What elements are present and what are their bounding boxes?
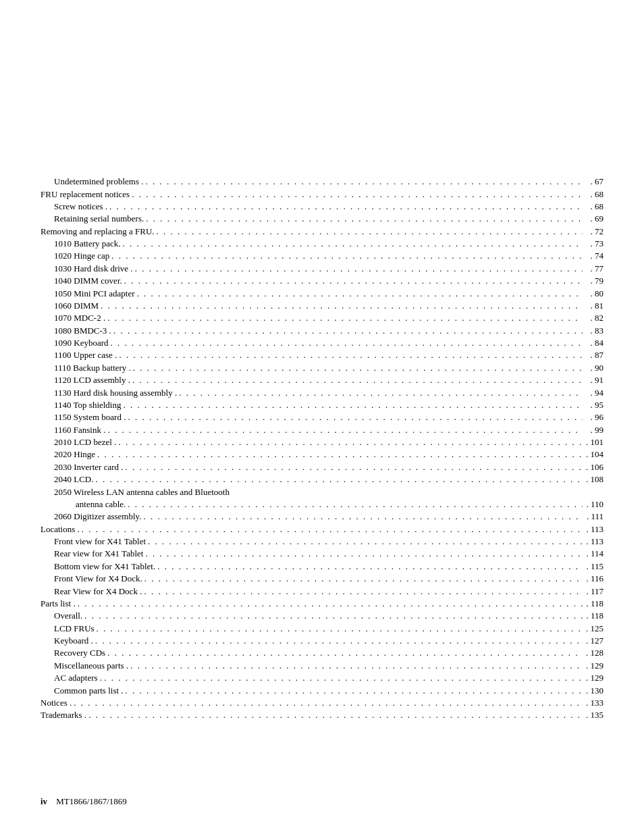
toc-entry: Common parts list . . . . . . . . . . . … [41, 684, 603, 696]
toc-page-number: . 104 [585, 449, 603, 460]
toc-dots: . . . . . . . . . . . . . . . . . . . . … [95, 635, 583, 646]
toc-label: Rear view for X41 Tablet [41, 548, 143, 559]
footer: iv MT1866/1867/1869 [41, 796, 603, 807]
toc-dots: . . . . . . . . . . . . . . . . . . . . … [119, 350, 583, 361]
toc-entry: 1010 Battery pack. . . . . . . . . . . .… [41, 238, 603, 250]
toc-page-number: . 99 [585, 425, 603, 436]
toc-dots: . . . . . . . . . . . . . . . . . . . . … [130, 660, 583, 671]
toc-dots: . . . . . . . . . . . . . . . . . . . . … [84, 610, 583, 621]
toc-page-number: . 84 [585, 338, 603, 348]
toc-label: 1090 Keyboard [41, 338, 109, 348]
toc-page-number: . 77 [585, 263, 603, 274]
toc-label: Front View for X4 Dock. [41, 573, 142, 584]
toc-label: Keyboard . [41, 635, 93, 646]
toc-dots: . . . . . . . . . . . . . . . . . . . . … [146, 176, 583, 187]
toc-dots: . . . . . . . . . . . . . . . . . . . . … [128, 412, 583, 423]
toc-dots: . . . . . . . . . . . . . . . . . . . . … [113, 325, 583, 336]
footer-page-number: iv [41, 796, 47, 807]
toc-entry: Front View for X4 Dock. . . . . . . . . … [41, 573, 603, 585]
toc-entry: Rear view for X41 Tablet . . . . . . . .… [41, 548, 603, 560]
toc-page-number: . 127 [585, 635, 603, 646]
toc-page-number: . 125 [585, 623, 603, 634]
toc-entry: Notices . . . . . . . . . . . . . . . . … [41, 697, 603, 709]
toc-dots: . . . . . . . . . . . . . . . . . . . . … [97, 449, 583, 460]
toc-label: Common parts list . [41, 685, 124, 696]
toc-dots: . . . . . . . . . . . . . . . . . . . . … [144, 586, 583, 597]
toc-dots: . . . . . . . . . . . . . . . . . . . . … [179, 388, 583, 398]
toc-dots: . . . . . . . . . . . . . . . . . . . . … [82, 524, 583, 535]
toc-dots: . . . . . . . . . . . . . . . . . . . . … [107, 648, 583, 658]
footer-product: MT1866/1867/1869 [56, 796, 127, 807]
toc-dots: . . . . . . . . . . . . . . . . . . . . … [74, 698, 583, 708]
toc-page-number: . 113 [585, 524, 603, 535]
toc-label: Miscellaneous parts . [41, 660, 128, 671]
toc-entry: antenna cable. . . . . . . . . . . . . .… [41, 498, 603, 511]
top-spacer [41, 27, 603, 176]
toc-page-number: . 116 [585, 573, 603, 584]
toc-page-number: . 81 [585, 301, 603, 311]
toc-dots: . . . . . . . . . . . . . . . . . . . . … [144, 573, 583, 584]
toc-entry: Bottom view for X41 Tablet. . . . . . . … [41, 561, 603, 573]
toc-dots: . . . . . . . . . . . . . . . . . . . . … [109, 201, 583, 212]
toc-dots: . . . . . . . . . . . . . . . . . . . . … [111, 251, 583, 261]
footer-spacer [47, 796, 56, 807]
toc-page-number: . 130 [585, 685, 603, 696]
toc-dots: . . . . . . . . . . . . . . . . . . . . … [88, 710, 583, 721]
toc-label: Screw notices . [41, 201, 107, 212]
toc-page-number: . 69 [585, 213, 603, 224]
toc-entry: Keyboard . . . . . . . . . . . . . . . .… [41, 635, 603, 647]
toc-entry: 1060 DIMM . . . . . . . . . . . . . . . … [41, 300, 603, 312]
toc-label: antenna cable. [41, 499, 126, 510]
toc-label: 2010 LCD bezel . [41, 437, 116, 448]
toc-page-number: . 108 [585, 474, 603, 485]
toc-entry: Rear View for X4 Dock . . . . . . . . . … [41, 585, 603, 597]
toc-page-number: . 118 [585, 610, 603, 621]
toc-entry: 2030 Inverter card . . . . . . . . . . .… [41, 461, 603, 473]
toc-entry: 2020 Hinge . . . . . . . . . . . . . . .… [41, 448, 603, 461]
toc-entry: 2010 LCD bezel . . . . . . . . . . . . .… [41, 436, 603, 448]
toc-dots: . . . . . . . . . . . . . . . . . . . . … [133, 363, 583, 373]
toc-page-number: . 114 [585, 548, 603, 559]
toc-page-number: . 129 [585, 660, 603, 671]
toc-entry: Overall. . . . . . . . . . . . . . . . .… [41, 610, 603, 622]
toc-entry: 1130 Hard disk housing assembly . . . . … [41, 386, 603, 398]
toc-entry: Parts list . . . . . . . . . . . . . . .… [41, 598, 603, 610]
toc-dots: . . . . . . . . . . . . . . . . . . . . … [145, 548, 583, 559]
toc-entry: 1110 Backup battery . . . . . . . . . . … [41, 362, 603, 374]
toc-dots: . . . . . . . . . . . . . . . . . . . . … [101, 301, 583, 311]
toc-entry: Recovery CDs . . . . . . . . . . . . . .… [41, 647, 603, 659]
toc-label: Bottom view for X41 Tablet. [41, 561, 155, 572]
toc-label: 1010 Battery pack. [41, 238, 121, 249]
toc-dots: . . . . . . . . . . . . . . . . . . . . … [148, 536, 583, 547]
toc-page-number: . 129 [585, 673, 603, 683]
toc-dots: . . . . . . . . . . . . . . . . . . . . … [78, 598, 583, 609]
toc-label: Overall. [41, 610, 82, 621]
toc-dots: . . . . . . . . . . . . . . . . . . . . … [132, 375, 583, 386]
toc-label: 1030 Hard disk drive . [41, 263, 133, 274]
toc-entry: 1090 Keyboard . . . . . . . . . . . . . … [41, 337, 603, 349]
toc-label: Undetermined problems . [41, 176, 144, 187]
toc-entry: 1030 Hard disk drive . . . . . . . . . .… [41, 263, 603, 275]
toc-label: 1140 Top shielding [41, 400, 121, 411]
toc-dots: . . . . . . . . . . . . . . . . . . . . … [124, 276, 583, 286]
toc-dots: . . . . . . . . . . . . . . . . . . . . … [123, 400, 583, 411]
toc-page-number: . 101 [585, 437, 603, 448]
toc-label: 1060 DIMM [41, 301, 99, 311]
toc-page-number: . 82 [585, 313, 603, 323]
toc-entry: 1040 DIMM cover. . . . . . . . . . . . .… [41, 275, 603, 287]
toc-page-number: . 80 [585, 288, 603, 299]
toc-entry: 1140 Top shielding . . . . . . . . . . .… [41, 399, 603, 411]
toc-page-number: . 118 [585, 598, 603, 609]
toc-page-number: . 73 [585, 238, 603, 249]
toc-dots: . . . . . . . . . . . . . . . . . . . . … [123, 238, 583, 249]
toc-page-number: . 110 [585, 499, 603, 510]
toc-page-number: . 74 [585, 251, 603, 261]
toc-page-number: . 95 [585, 400, 603, 411]
toc-dots: . . . . . . . . . . . . . . . . . . . . … [146, 213, 583, 224]
toc-dots: . . . . . . . . . . . . . . . . . . . . … [132, 189, 583, 200]
toc-label: 1110 Backup battery . [41, 363, 131, 373]
toc-label: 1160 Fansink . [41, 425, 105, 436]
toc-dots: . . . . . . . . . . . . . . . . . . . . … [104, 673, 583, 683]
toc-page-number: . 79 [585, 276, 603, 286]
toc-page-number: . 94 [585, 388, 603, 398]
